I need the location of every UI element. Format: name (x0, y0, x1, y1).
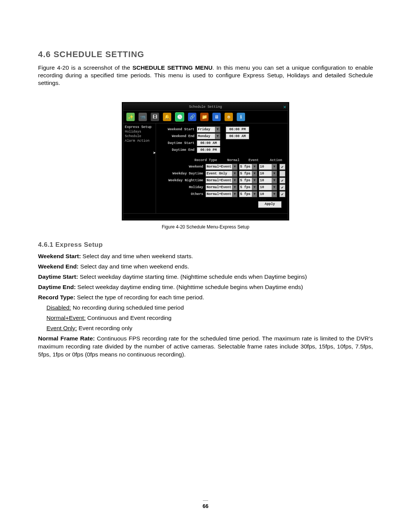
figure-caption: Figure 4-20 Schedule Menu-Express Setup (122, 224, 289, 230)
def-event-only: Event Only: Event recording only (38, 324, 373, 332)
chevron-down-icon: ▼ (252, 192, 257, 197)
weekend-end-label: Weekend End (158, 134, 197, 138)
chevron-down-icon: ▼ (252, 178, 257, 183)
sidebar-item-schedule[interactable]: Schedule (125, 134, 154, 139)
def-daytime-end: Daytime End: Select weekday daytime endi… (38, 283, 373, 291)
cursor-icon: ➤ (153, 150, 156, 156)
record-row-label: Weekday Nighttime (158, 179, 206, 182)
chevron-down-icon: ▼ (232, 178, 237, 183)
normal-fps-select[interactable]: 5 fps▼ (239, 184, 257, 190)
def-record-type: Record Type: Select the type of recordin… (38, 294, 373, 302)
chevron-down-icon: ▼ (252, 171, 257, 176)
def-weekend-end: Weekend End: Select day and time when we… (38, 263, 373, 271)
record-type-select[interactable]: Normal+Event▼ (206, 191, 237, 197)
record-type-select[interactable]: Normal+Event▼ (206, 164, 237, 170)
daytime-end-time-input[interactable]: 06:00 PM (197, 147, 220, 153)
def-weekend-start: Weekend Start: Select day and time when … (38, 252, 373, 260)
bell-icon[interactable]: 🔔 (163, 113, 171, 121)
chevron-down-icon: ▼ (232, 171, 237, 176)
folder-icon[interactable]: 📁 (200, 113, 209, 121)
event-fps-select[interactable]: 10 Fps▼ (259, 164, 277, 170)
intro-text-bold: SCHEDULE SETTING MENU (132, 64, 212, 71)
chevron-down-icon: ▼ (272, 164, 277, 169)
normal-fps-select[interactable]: 5 fps▼ (239, 164, 257, 170)
wand-icon[interactable]: ✨ (126, 113, 135, 121)
daytime-end-label: Daytime End (158, 148, 197, 152)
page-number: 66 (0, 497, 411, 509)
chevron-down-icon: ▼ (252, 185, 257, 190)
record-table-header: Record Type Normal Event Action (158, 158, 285, 162)
chevron-down-icon: ▼ (272, 192, 277, 197)
chevron-down-icon: ▼ (272, 185, 277, 190)
chevron-down-icon: ▼ (272, 178, 277, 183)
sidebar-item-express-setup[interactable]: Express Setup (125, 125, 154, 129)
action-checkbox[interactable] (279, 171, 285, 177)
record-type-select[interactable]: Normal+Event▼ (206, 177, 237, 184)
record-row: WeekendNormal+Event▼5 fps▼10 Fps▼✔ (158, 164, 285, 170)
record-row-label: Others (158, 192, 206, 196)
normal-fps-select[interactable]: 5 fps▼ (239, 177, 257, 184)
weekend-start-label: Weekend Start (158, 128, 197, 131)
event-fps-select[interactable]: 10 Fps▼ (259, 184, 277, 190)
record-row-label: Weekday Daytime (158, 172, 206, 176)
weekend-start-day-select[interactable]: Friday▼ (197, 126, 220, 133)
chevron-down-icon: ▼ (232, 164, 237, 169)
monitor-icon[interactable]: 🖥 (212, 113, 221, 121)
def-daytime-start: Daytime Start: Select weekday daytime st… (38, 273, 373, 281)
chevron-down-icon: ▼ (215, 127, 220, 132)
action-checkbox[interactable]: ✔ (279, 177, 285, 184)
chevron-down-icon: ▼ (232, 192, 237, 197)
subsection-heading: 4.6.1 Express Setup (38, 241, 373, 249)
close-icon[interactable]: ✕ (283, 104, 286, 111)
window-titlebar: Schedule Setting ✕ (123, 103, 288, 111)
apply-button[interactable]: Apply (258, 201, 282, 208)
def-disabled: Disabled: No recording during scheduled … (38, 304, 373, 312)
intro-text-pre: Figure 4-20 is a screenshot of the (38, 64, 132, 71)
gear-icon[interactable]: ⚙ (225, 113, 233, 121)
chevron-down-icon: ▼ (232, 185, 237, 190)
record-row: Weekday DaytimeEvent Only▼5 fps▼10 Fps▼ (158, 171, 285, 177)
record-type-select[interactable]: Normal+Event▼ (206, 184, 237, 190)
clock-icon[interactable]: 🕓 (175, 112, 184, 121)
sidebar: Express Setup Holidays Schedule Alarm Ac… (123, 123, 156, 213)
weekend-end-time-input[interactable]: 06:00 AM (226, 133, 249, 139)
def-normal-event: Normal+Event: Continuous and Event recor… (38, 314, 373, 322)
normal-fps-select[interactable]: 5 fps▼ (239, 171, 257, 177)
record-row-label: Weekend (158, 165, 206, 169)
action-checkbox[interactable]: ✔ (279, 164, 285, 170)
event-fps-select[interactable]: 10 Fps▼ (259, 191, 277, 197)
sidebar-item-holidays[interactable]: Holidays (125, 129, 154, 134)
iconbar: ✨ 📹 🎞 🔔 🕓 🔗 📁 🖥 ⚙ ℹ (123, 111, 288, 123)
sidebar-item-alarm-action[interactable]: Alarm Action (125, 139, 154, 143)
normal-fps-select[interactable]: 5 fps▼ (239, 191, 257, 197)
weekend-end-day-select[interactable]: Monday▼ (197, 133, 220, 139)
info-icon[interactable]: ℹ (237, 113, 245, 121)
reel-icon[interactable]: 🎞 (151, 113, 159, 121)
window-title: Schedule Setting (189, 105, 222, 109)
chevron-down-icon: ▼ (252, 164, 257, 169)
chevron-down-icon: ▼ (272, 171, 277, 176)
action-checkbox[interactable]: ✔ (279, 191, 285, 197)
record-row: HolidayNormal+Event▼5 fps▼10 Fps▼✔ (158, 184, 285, 190)
camera-icon[interactable]: 📹 (139, 113, 147, 121)
weekend-start-time-input[interactable]: 06:00 PM (226, 126, 249, 133)
screenshot: Schedule Setting ✕ ✨ 📹 🎞 🔔 🕓 🔗 📁 🖥 ⚙ ℹ E… (122, 102, 289, 230)
section-heading: 4.6 SCHEDULE SETTING (38, 50, 373, 59)
record-type-select[interactable]: Event Only▼ (206, 171, 237, 177)
action-checkbox[interactable]: ✔ (279, 184, 285, 190)
event-fps-select[interactable]: 10 Fps▼ (259, 171, 277, 177)
record-row: OthersNormal+Event▼5 fps▼10 Fps▼✔ (158, 191, 285, 197)
event-fps-select[interactable]: 10 Fps▼ (259, 177, 277, 184)
statusbar (123, 214, 288, 219)
chevron-down-icon: ▼ (215, 134, 220, 139)
record-row-label: Holiday (158, 185, 206, 189)
def-normal-frame-rate: Normal Frame Rate: Continuous FPS record… (38, 335, 373, 359)
daytime-start-time-input[interactable]: 06:00 AM (197, 140, 220, 146)
network-icon[interactable]: 🔗 (188, 113, 196, 121)
record-row: Weekday NighttimeNormal+Event▼5 fps▼10 F… (158, 177, 285, 184)
intro-paragraph: Figure 4-20 is a screenshot of the SCHED… (38, 64, 373, 87)
daytime-start-label: Daytime Start (158, 141, 197, 145)
